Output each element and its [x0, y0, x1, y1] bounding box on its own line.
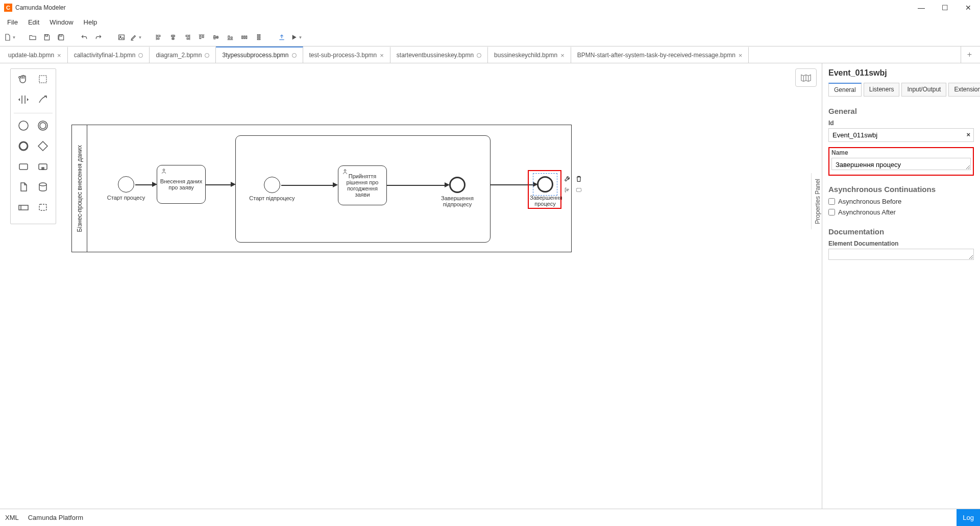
menu-edit[interactable]: Edit: [23, 18, 44, 26]
tab-close-icon[interactable]: ×: [57, 52, 61, 59]
data-store-icon[interactable]: [36, 180, 50, 194]
tab-close-icon[interactable]: ×: [560, 52, 565, 59]
save-as-button[interactable]: [55, 31, 68, 44]
file-tab[interactable]: 3typessubprocess.bpmn: [216, 46, 303, 63]
file-tab[interactable]: BPMN-start-after-system-task-by-received…: [571, 46, 749, 63]
replace-icon[interactable]: [574, 185, 583, 195]
file-tab[interactable]: update-lab.bpmn×: [2, 46, 68, 63]
save-button[interactable]: [40, 31, 54, 44]
align-top-button[interactable]: [195, 31, 208, 44]
maximize-button[interactable]: ☐: [933, 0, 957, 15]
annotation-icon[interactable]: [563, 185, 572, 195]
input-doc[interactable]: [828, 249, 974, 260]
tab-input-output[interactable]: Input/Output: [901, 83, 946, 97]
align-center-h-button[interactable]: [166, 31, 180, 44]
new-tab-button[interactable]: +: [961, 46, 978, 63]
menu-window[interactable]: Window: [44, 18, 78, 26]
end-event-selected[interactable]: Завершення процесу: [537, 176, 560, 207]
element-title: Event_011swbj: [828, 68, 974, 78]
svg-rect-21: [242, 36, 243, 38]
end-event[interactable]: Завершення підпроцесу: [449, 177, 480, 207]
align-bottom-button[interactable]: [224, 31, 237, 44]
clear-id-icon[interactable]: ×: [966, 131, 970, 138]
sequence-flow[interactable]: [491, 184, 534, 185]
align-right-button[interactable]: [181, 31, 194, 44]
name-field-highlight: Name: [828, 147, 974, 176]
tab-dirty-icon: [205, 53, 209, 58]
minimap-toggle[interactable]: [795, 68, 817, 87]
gateway-icon[interactable]: [36, 139, 50, 153]
tab-listeners[interactable]: Listeners: [864, 83, 900, 97]
trash-icon[interactable]: [574, 174, 583, 183]
label-id: Id: [828, 119, 974, 127]
svg-rect-19: [228, 36, 230, 38]
highlight-button[interactable]: ▼: [129, 31, 142, 44]
context-pad: [563, 174, 583, 195]
start-event[interactable]: Старт підпроцесу: [264, 177, 295, 201]
properties-panel-toggle[interactable]: Properties Panel: [811, 173, 823, 229]
log-button[interactable]: Log: [957, 509, 980, 526]
checkbox-async-before-row[interactable]: Asynchronous Before: [828, 198, 974, 205]
user-task[interactable]: Внесення даних про заяву: [157, 165, 206, 204]
minimize-button[interactable]: —: [910, 0, 933, 15]
input-id[interactable]: [828, 128, 974, 142]
deploy-button[interactable]: [275, 31, 288, 44]
checkbox-async-after-row[interactable]: Asynchronous After: [828, 208, 974, 216]
space-tool-icon[interactable]: [16, 92, 31, 107]
run-button[interactable]: ▼: [289, 31, 303, 44]
redo-button[interactable]: [92, 31, 105, 44]
image-export-button[interactable]: [115, 31, 128, 44]
tab-general[interactable]: General: [828, 83, 862, 97]
file-tab[interactable]: bussineskeychild.bpmn×: [488, 46, 571, 63]
properties-panel: Event_011swbj General Listeners Input/Ou…: [822, 63, 980, 509]
undo-button[interactable]: [78, 31, 91, 44]
status-platform[interactable]: Camunda Platform: [28, 514, 83, 521]
distribute-h-button[interactable]: [238, 31, 251, 44]
file-tab[interactable]: diagram_2.bpmn: [150, 46, 216, 63]
input-name[interactable]: [831, 158, 971, 170]
end-event-icon[interactable]: [16, 139, 31, 153]
close-window-button[interactable]: ✕: [957, 0, 980, 15]
checkbox-async-after[interactable]: [828, 209, 835, 216]
menu-file[interactable]: File: [2, 18, 23, 26]
tab-label: update-lab.bpmn: [8, 52, 54, 59]
wrench-icon[interactable]: [563, 174, 572, 183]
intermediate-event-icon[interactable]: [36, 118, 50, 133]
new-file-button[interactable]: ▼: [3, 31, 16, 44]
align-left-button[interactable]: [152, 31, 165, 44]
status-xml[interactable]: XML: [5, 514, 19, 521]
sequence-flow[interactable]: [387, 185, 446, 186]
group-icon[interactable]: [36, 200, 50, 214]
hand-tool-icon[interactable]: [16, 72, 31, 86]
user-task[interactable]: Прийняття рішення про погодження заяви: [338, 165, 387, 205]
open-file-button[interactable]: [26, 31, 39, 44]
tab-extensions[interactable]: Extensions: [948, 83, 980, 97]
pool-icon[interactable]: [16, 200, 31, 214]
expanded-subprocess[interactable]: Старт підпроцесу Прийняття рішення про п…: [235, 135, 491, 243]
menu-help[interactable]: Help: [79, 18, 103, 26]
canvas[interactable]: Бізнес-процес внесення даних Старт проце…: [0, 63, 822, 509]
svg-point-34: [19, 142, 28, 150]
titlebar: C Camunda Modeler — ☐ ✕: [0, 0, 980, 15]
checkbox-async-before[interactable]: [828, 198, 835, 205]
file-tab[interactable]: callactivityfinal-1.bpmn: [68, 46, 150, 63]
tab-close-icon[interactable]: ×: [739, 52, 743, 59]
connect-tool-icon[interactable]: [36, 92, 50, 107]
subprocess-icon[interactable]: [36, 159, 50, 174]
data-object-icon[interactable]: [16, 180, 31, 194]
start-event[interactable]: Старт процесу: [118, 176, 149, 201]
sequence-flow[interactable]: [281, 185, 334, 186]
file-tab[interactable]: starteventbussineskey.bpmn: [390, 46, 488, 63]
svg-rect-24: [257, 35, 260, 36]
distribute-v-button[interactable]: [252, 31, 265, 44]
tab-label: test-sub-process-3.bpmn: [309, 52, 377, 59]
file-tab[interactable]: test-sub-process-3.bpmn×: [303, 46, 390, 63]
lasso-tool-icon[interactable]: [36, 72, 50, 86]
align-middle-button[interactable]: [209, 31, 223, 44]
start-event-icon[interactable]: [16, 118, 31, 133]
sequence-flow[interactable]: [135, 184, 154, 185]
sequence-flow[interactable]: [206, 184, 232, 185]
bpmn-pool[interactable]: Бізнес-процес внесення даних Старт проце…: [71, 125, 572, 252]
tab-close-icon[interactable]: ×: [380, 52, 384, 59]
task-icon[interactable]: [16, 159, 31, 174]
